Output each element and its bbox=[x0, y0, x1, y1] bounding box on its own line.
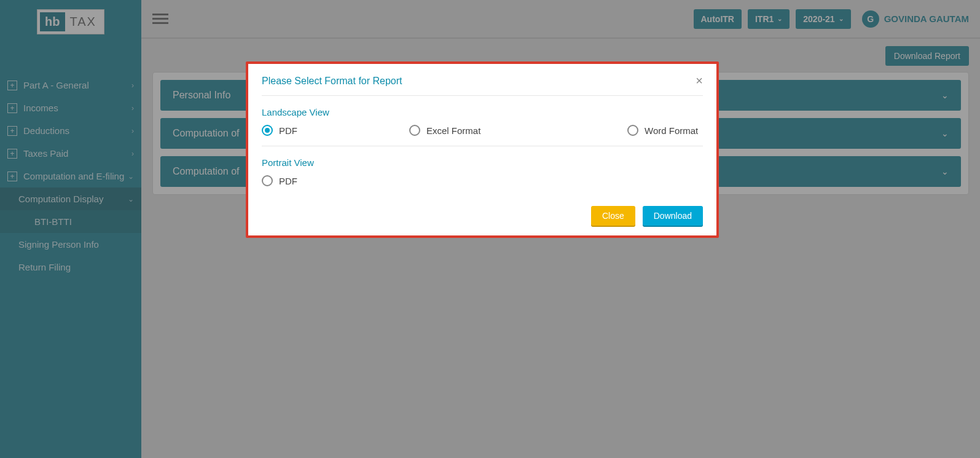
close-icon[interactable]: × bbox=[696, 74, 703, 88]
close-button-label: Close bbox=[602, 211, 624, 221]
download-button-label: Download bbox=[654, 211, 692, 221]
landscape-section-title: Landscape View bbox=[262, 107, 703, 117]
portrait-radio-group: PDF bbox=[262, 175, 703, 196]
radio-label: PDF bbox=[279, 176, 297, 186]
radio-landscape-word[interactable]: Word Format bbox=[627, 125, 698, 136]
download-button[interactable]: Download bbox=[643, 206, 703, 226]
format-modal: Please Select Format for Report × Landsc… bbox=[246, 61, 719, 238]
radio-label: Word Format bbox=[645, 125, 698, 136]
modal-header: Please Select Format for Report × bbox=[262, 74, 703, 96]
close-button[interactable]: Close bbox=[591, 206, 635, 226]
radio-icon bbox=[627, 125, 638, 136]
portrait-section-title: Portrait View bbox=[262, 157, 703, 168]
landscape-radio-group: PDF Excel Format Word Format bbox=[262, 125, 703, 146]
radio-icon bbox=[262, 175, 273, 186]
radio-landscape-pdf[interactable]: PDF bbox=[262, 125, 409, 136]
radio-portrait-pdf[interactable]: PDF bbox=[262, 175, 409, 186]
radio-label: Excel Format bbox=[426, 125, 480, 136]
radio-icon bbox=[262, 125, 273, 136]
modal-footer: Close Download bbox=[262, 206, 703, 226]
radio-landscape-excel[interactable]: Excel Format bbox=[409, 125, 627, 136]
radio-label: PDF bbox=[279, 125, 297, 136]
radio-icon bbox=[409, 125, 420, 136]
modal-title: Please Select Format for Report bbox=[262, 76, 696, 87]
